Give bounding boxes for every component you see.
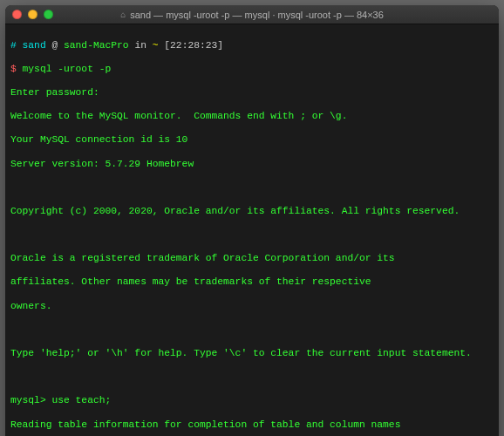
zoom-icon[interactable] bbox=[44, 10, 53, 19]
window-controls bbox=[12, 10, 53, 19]
output-line: Server version: 5.7.29 Homebrew bbox=[10, 159, 494, 171]
output-line: affiliates. Other names may be trademark… bbox=[10, 276, 494, 289]
prompt-time: [22:28:23] bbox=[164, 40, 223, 51]
blank-line bbox=[10, 229, 494, 242]
prompt-user: sand bbox=[23, 40, 46, 51]
prompt-in: in bbox=[134, 40, 146, 51]
prompt-cwd: ~ bbox=[153, 40, 159, 51]
home-icon: ⌂ bbox=[120, 10, 126, 19]
prompt-at: @ bbox=[51, 40, 58, 51]
mysql-cmd-line: mysql> use teach; bbox=[10, 395, 494, 407]
output-line: Type 'help;' or '\h' for help. Type '\c'… bbox=[10, 348, 494, 360]
shell-command: mysql -uroot -p bbox=[23, 64, 112, 74]
cmd-line: $ mysql -uroot -p bbox=[10, 64, 494, 76]
terminal-window: ⌂ sand — mysql -uroot -p — mysql · mysql… bbox=[5, 5, 499, 436]
prompt-host: sand-MacPro bbox=[64, 40, 129, 51]
window-title-text: sand — mysql -uroot -p — mysql · mysql -… bbox=[130, 10, 384, 20]
output-line: Copyright (c) 2000, 2020, Oracle and/or … bbox=[10, 206, 494, 218]
output-line: Enter password: bbox=[10, 87, 494, 99]
output-line: Reading table information for completion… bbox=[10, 419, 494, 432]
blank-line bbox=[10, 324, 494, 337]
titlebar[interactable]: ⌂ sand — mysql -uroot -p — mysql · mysql… bbox=[5, 5, 499, 24]
blank-line bbox=[10, 182, 494, 194]
output-line: owners. bbox=[10, 301, 494, 313]
output-line: Your MySQL connection id is 10 bbox=[10, 134, 494, 146]
output-line: Oracle is a registered trademark of Orac… bbox=[10, 253, 494, 265]
prompt-dollar: $ bbox=[10, 64, 17, 74]
terminal-body[interactable]: # sand @ sand-MacPro in ~ [22:28:23] $ m… bbox=[5, 24, 499, 436]
window-title: ⌂ sand — mysql -uroot -p — mysql · mysql… bbox=[5, 10, 499, 20]
prompt-line: # sand @ sand-MacPro in ~ [22:28:23] bbox=[10, 40, 494, 52]
blank-line bbox=[10, 371, 494, 384]
prompt-hash: # bbox=[10, 40, 17, 51]
close-icon[interactable] bbox=[12, 10, 22, 19]
output-line: Welcome to the MySQL monitor. Commands e… bbox=[10, 111, 494, 123]
minimize-icon[interactable] bbox=[28, 10, 37, 19]
